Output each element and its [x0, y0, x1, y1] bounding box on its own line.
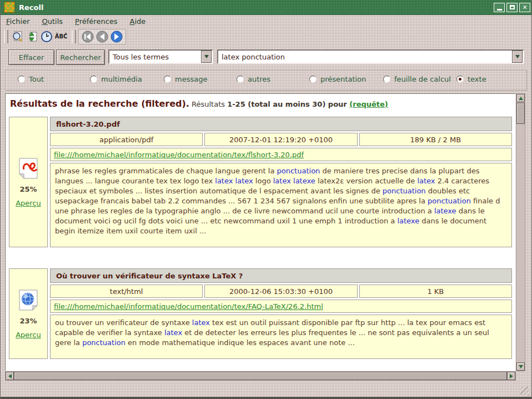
preview-link[interactable]: Aperçu	[16, 331, 41, 339]
query-combobox[interactable]	[217, 49, 524, 64]
filter-radio-message[interactable]: message	[164, 75, 207, 83]
scroll-left-button[interactable]	[6, 372, 14, 380]
results-header: Résultats de la recherche (filtered). Ré…	[9, 98, 512, 109]
search-row: Effacer Rechercher Tous les termes	[1, 49, 532, 66]
filter-label-texte: texte	[468, 75, 486, 83]
snippet-text: ou trouver un verificateur de syntaxe	[55, 318, 192, 327]
vertical-scrollbar[interactable]	[516, 93, 525, 371]
result-card: 25%Aperçuflshort-3.20.pdfapplication/pdf…	[9, 117, 512, 247]
query-history-dropdown-button[interactable]	[512, 51, 523, 63]
menu-item-aide[interactable]: Aide	[130, 17, 146, 26]
relevance-percent: 25%	[19, 185, 37, 193]
filter-radio-presentation[interactable]: présentation	[309, 75, 366, 83]
html-file-icon	[18, 289, 38, 311]
radio-circle-icon	[18, 76, 25, 83]
scroll-right-button[interactable]	[507, 372, 515, 380]
menu-item-fichier[interactable]: Fichier	[6, 17, 30, 26]
term-explorer-button[interactable]: ÂBĈ	[54, 29, 68, 44]
result-left-column: 25%Aperçu	[9, 117, 48, 247]
result-url-link[interactable]: file:///home/michael/informatique/docume…	[54, 302, 323, 311]
close-button[interactable]: ✕	[519, 3, 530, 12]
results-prefix: Résultats	[189, 100, 227, 108]
matched-term: latex latexe	[273, 177, 315, 185]
pdf-file-icon	[18, 157, 38, 179]
minimize-button[interactable]	[494, 3, 505, 12]
radio-circle-icon	[90, 76, 97, 83]
previous-page-icon	[96, 31, 108, 43]
matched-term: latex latex	[215, 177, 253, 185]
first-page-button[interactable]	[81, 29, 95, 44]
arrow-right-icon	[510, 374, 513, 378]
search-mode-combobox[interactable]: Tous les termes	[108, 49, 213, 64]
scroll-up-button[interactable]	[516, 94, 525, 102]
result-snippet: phrase les regles grammaticales de chaqu…	[50, 163, 512, 247]
result-left-column: 23%Aperçu	[9, 268, 48, 359]
filter-radio-multimedia[interactable]: multimédia	[90, 75, 142, 83]
page-nav-group	[78, 29, 126, 44]
vertical-scrollbar-thumb[interactable]	[516, 103, 525, 124]
result-url-link[interactable]: file:///home/michael/informatique/docume…	[54, 151, 304, 159]
filter-radio-texte[interactable]: texte	[456, 75, 486, 83]
toolbar-handle[interactable]	[4, 30, 8, 43]
radio-circle-icon	[237, 76, 244, 83]
filter-label-multimedia: multimédia	[101, 75, 142, 83]
results-range: 1-25 (total au moins 30) pour	[227, 100, 349, 108]
search-input[interactable]	[218, 53, 512, 61]
close-icon: ✕	[522, 4, 527, 11]
results-title: Résultats de la recherche (filtered).	[10, 98, 189, 109]
result-size: 1 KB	[359, 285, 512, 298]
results-area: Résultats de la recherche (filtered). Ré…	[5, 93, 516, 371]
next-page-button[interactable]	[109, 29, 124, 44]
window-titlebar[interactable]: Recoll ✕	[1, 0, 532, 15]
maximize-button[interactable]	[506, 3, 518, 12]
results-list: 25%Aperçuflshort-3.20.pdfapplication/pdf…	[9, 117, 512, 359]
radio-circle-icon	[164, 76, 171, 83]
radio-circle-icon	[456, 76, 464, 83]
filter-radio-autres[interactable]: autres	[237, 75, 270, 83]
menu-item-outils[interactable]: Outils	[42, 17, 63, 26]
clear-button[interactable]: Effacer	[8, 49, 54, 65]
search-button[interactable]: Rechercher	[56, 49, 105, 65]
menubar: FichierOutilsPréférencesAide	[1, 15, 532, 27]
result-meta-row: application/pdf2007-12-01 12:19:20 +0100…	[50, 133, 512, 146]
advanced-search-button[interactable]	[11, 29, 25, 44]
next-page-icon	[111, 31, 123, 43]
filter-label-tout: Tout	[29, 75, 44, 83]
preview-link[interactable]: Aperçu	[16, 199, 41, 207]
filter-radio-feuille-de-calcul[interactable]: feuille de calcul	[383, 75, 451, 83]
filter-radio-tout[interactable]: Tout	[18, 75, 44, 83]
matched-term: latex	[417, 177, 435, 185]
sort-parameters-button[interactable]	[25, 29, 39, 44]
history-icon	[41, 31, 53, 43]
resize-grip[interactable]	[520, 387, 529, 396]
chevron-down-icon	[515, 55, 520, 58]
matched-term: ponctuation	[82, 338, 126, 347]
search-mode-dropdown-button[interactable]	[201, 51, 212, 63]
window-bottom-edge	[1, 397, 531, 399]
toolbar-handle[interactable]	[72, 30, 76, 43]
sort-parameters-icon	[26, 31, 38, 43]
horizontal-scrollbar[interactable]	[5, 371, 516, 381]
menu-item-preferences[interactable]: Préférences	[75, 17, 117, 26]
result-title: flshort-3.20.pdf	[50, 117, 512, 131]
snippet-text: latex2ε version actuelle de	[315, 177, 418, 185]
query-link[interactable]: (requête)	[349, 100, 388, 108]
horizontal-scrollbar-thumb[interactable]	[14, 372, 507, 380]
result-url-row: file:///home/michael/informatique/docume…	[50, 148, 512, 161]
radio-circle-icon	[309, 76, 317, 83]
chevron-down-icon	[204, 55, 209, 58]
result-mime: text/html	[50, 285, 203, 298]
scroll-down-button[interactable]	[516, 362, 525, 371]
category-filter-frame: Toutmultimédiamessageautresprésentationf…	[5, 70, 527, 91]
previous-page-button[interactable]	[95, 29, 109, 44]
radio-dot-icon	[459, 78, 461, 81]
result-meta-row: text/html2000-12-06 15:03:30 +01001 KB	[50, 285, 512, 298]
snippet-text: logo	[253, 177, 273, 185]
arrow-down-icon	[519, 365, 523, 368]
window-title: Recoll	[19, 3, 492, 12]
filter-label-feuille-de-calcul: feuille de calcul	[394, 75, 451, 83]
history-button[interactable]	[39, 29, 54, 44]
advanced-search-icon	[12, 31, 24, 43]
result-details: flshort-3.20.pdfapplication/pdf2007-12-0…	[50, 117, 512, 247]
matched-term: latexe	[434, 207, 456, 215]
